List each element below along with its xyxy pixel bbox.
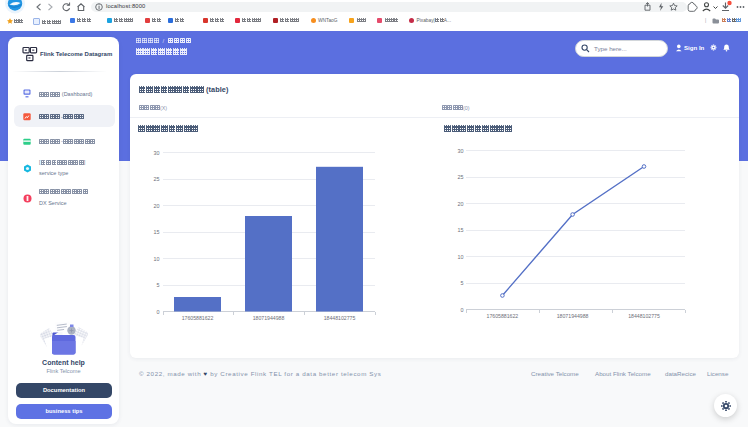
svg-text:0: 0 (157, 309, 160, 315)
svg-text:10: 10 (154, 256, 160, 262)
svg-text:20: 20 (154, 203, 160, 209)
svg-text:18448102775: 18448102775 (324, 315, 356, 321)
svg-text:0: 0 (461, 307, 464, 313)
svg-text:5: 5 (157, 282, 160, 288)
svg-text:25: 25 (458, 174, 464, 180)
svg-text:15: 15 (458, 227, 464, 233)
svg-text:15: 15 (154, 229, 160, 235)
svg-text:20: 20 (458, 201, 464, 207)
svg-text:18071944988: 18071944988 (253, 315, 285, 321)
svg-text:17605881622: 17605881622 (182, 315, 214, 321)
svg-text:25: 25 (154, 176, 160, 182)
svg-text:18448102775: 18448102775 (628, 313, 660, 319)
svg-text:30: 30 (154, 150, 160, 156)
svg-text:5: 5 (461, 280, 464, 286)
svg-text:17605881622: 17605881622 (487, 313, 519, 319)
svg-text:10: 10 (458, 254, 464, 260)
svg-text:30: 30 (458, 148, 464, 154)
svg-text:18071944988: 18071944988 (557, 313, 589, 319)
